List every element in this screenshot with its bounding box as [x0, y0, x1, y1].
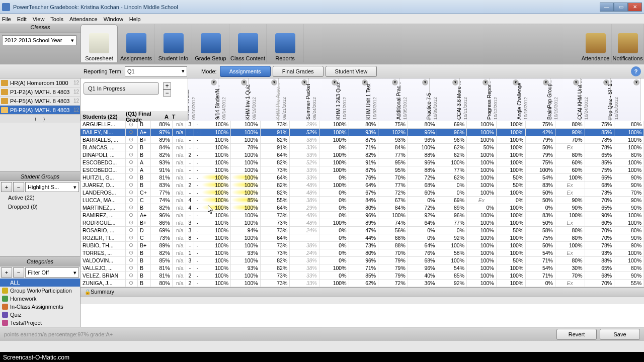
- app-window: PowerTeacher Gradebook: Kristina Kochan …: [0, 0, 644, 352]
- assignment-header[interactable]: ▾CCAI KHM Unit ...10/24/2012: [581, 78, 611, 121]
- student-row[interactable]: VELEZ, BRIAN⊙B81%n/a2-100%100%73%33%0%85…: [80, 272, 644, 279]
- student-row[interactable]: ESCOBEDO...⊙A93%n/a--100%100%82%52%100%9…: [80, 158, 644, 166]
- remove-group-button[interactable]: −: [13, 182, 24, 192]
- grid-body[interactable]: ARGUELLE...⊙B80%n/a3-100%100%73%29%100%8…: [80, 121, 644, 287]
- tab-reports[interactable]: Reports: [267, 24, 304, 62]
- tab-scoresheet[interactable]: Scoresheet: [80, 24, 118, 62]
- assignment-header[interactable]: ▾Angle Challenge10/18/2012: [520, 78, 550, 121]
- assignment-header[interactable]: ▾Practice 7-510/09/2012: [430, 78, 460, 121]
- student-row[interactable]: DINAPOLI, ...⊙B82%n/a2-100%100%64%33%100…: [80, 151, 644, 158]
- menu-file[interactable]: File: [2, 16, 11, 22]
- assignment-header[interactable]: ▾KHM Unit 1 Test10/03/2012: [369, 78, 399, 121]
- help-icon[interactable]: ?: [631, 66, 641, 76]
- filter-select[interactable]: Filter Off▾: [25, 267, 79, 278]
- students-column-header[interactable]: Students (22): [83, 114, 126, 120]
- status-bar: points earned:n/a percentage:97% grade:A…: [0, 327, 644, 341]
- class-item[interactable]: P4-P5(A) MATH. 8 480312: [0, 97, 80, 106]
- assignment-header[interactable]: ▾Progress Repor...10/12/2012: [490, 78, 520, 121]
- group-item[interactable]: Active (22): [0, 193, 80, 202]
- menu-window[interactable]: Window: [104, 16, 123, 22]
- highlight-select[interactable]: Highlight S...▾: [25, 182, 79, 192]
- sub-toolbar: Reporting Term: Q1▾ Mode: AssignmentsFin…: [0, 64, 644, 78]
- summary-row[interactable]: 🔒 Summary: [80, 287, 644, 296]
- mode-assignments[interactable]: Assignments: [220, 66, 271, 77]
- add-category-button[interactable]: +: [1, 267, 12, 278]
- assignment-header[interactable]: ▾CCAI 3.6 More ...10/11/2012: [460, 78, 490, 121]
- term-progress-button[interactable]: Q1 In Progress: [84, 82, 159, 95]
- assignment-header[interactable]: ▾Summer Packet09/24/2012: [309, 78, 339, 121]
- student-row[interactable]: RUBIO, TH...⊙B+89%n/a--100%100%73%38%0%7…: [80, 241, 644, 249]
- menu-attendance[interactable]: Attendance: [69, 16, 98, 22]
- zoom-out-button[interactable]: −: [163, 89, 171, 97]
- student-row[interactable]: ARGUELLE...⊙B80%n/a3-100%100%73%29%100%8…: [80, 121, 644, 128]
- reporting-term-select[interactable]: Q1▾: [125, 66, 187, 76]
- app-icon: [2, 3, 10, 11]
- school-year-select[interactable]: 2012-2013 School Year▾: [2, 35, 76, 45]
- assignment-header[interactable]: ▾KHM Pre Asse...09/21/2012: [279, 78, 309, 121]
- menu-tools[interactable]: Tools: [50, 16, 63, 22]
- student-row[interactable]: ROZIER, TI...⊙C73%n/a8-100%100%64%0%44%6…: [80, 234, 644, 241]
- student-row[interactable]: TORRES, ...⊙B82%n/a1-100%93%73%24%0%80%7…: [80, 249, 644, 256]
- assignment-header[interactable]: ▾Additional Prac...10/05/2012: [399, 78, 430, 121]
- menu-help[interactable]: Help: [129, 16, 141, 22]
- assignment-header[interactable]: ▾BrainPop Group...10/19/2012: [550, 78, 581, 121]
- mode-label: Mode:: [201, 68, 217, 74]
- student-row[interactable]: LUCCA, MA...⊙C74%n/a4-100%85%55%38%0%84%…: [80, 196, 644, 204]
- add-group-button[interactable]: +: [1, 182, 12, 192]
- class-item[interactable]: P1-P2(A) MATH. 8 480312: [0, 87, 80, 97]
- tool-attendance[interactable]: Attendance: [580, 24, 612, 62]
- watermark: Screencast-O-Matic.com: [0, 353, 72, 362]
- tab-class-content[interactable]: Class Content: [229, 24, 267, 62]
- assignment-header[interactable]: ▾9/14 Binder/N...09/14/2012: [218, 78, 249, 121]
- tab-student-info[interactable]: Student Info: [155, 24, 192, 62]
- student-row[interactable]: VALLEJO, ...⊙B81%n/a--100%93%82%38%100%7…: [80, 264, 644, 272]
- minimize-button[interactable]: —: [600, 3, 614, 12]
- menu-view[interactable]: View: [33, 16, 45, 22]
- student-row[interactable]: VALDOVIN...⊙B85%n/a3-100%100%82%38%0%96%…: [80, 256, 644, 264]
- student-row[interactable]: RAMIREZ, ...⊙A+96%n/a--100%100%73%48%0%9…: [80, 211, 644, 219]
- student-groups-header: Student Groups: [0, 171, 80, 182]
- student-row[interactable]: HUITZIL, G...⊙B81%n/a--100%100%64%33%0%7…: [80, 173, 644, 181]
- student-row[interactable]: RODRIGUE...⊙B+86%n/a3-100%100%73%48%100%…: [80, 219, 644, 226]
- assignment-header[interactable]: ▾Binder Check09/10/2012: [188, 78, 218, 121]
- assignment-header[interactable]: ▾KHM 1 2&3 Quiz10/01/2012: [339, 78, 369, 121]
- tool-notifications[interactable]: Notifications: [612, 24, 644, 62]
- categories-header: Categories: [0, 256, 80, 266]
- student-row[interactable]: ROSARIO, ...⊙D69%n/a3-100%94%73%24%0%47%…: [80, 226, 644, 234]
- status-text: points earned:n/a percentage:97% grade:A…: [4, 331, 113, 337]
- left-panel: HR(A) Homeroom 100012P1-P2(A) MATH. 8 48…: [0, 78, 80, 327]
- horizontal-scrollbar[interactable]: [80, 296, 644, 304]
- class-item[interactable]: P8-P9(A) MATH. 8 480312: [0, 106, 80, 115]
- class-item[interactable]: HR(A) Homeroom 100012: [0, 78, 80, 87]
- mode-student-view[interactable]: Student View: [326, 66, 377, 77]
- revert-button[interactable]: Revert: [556, 329, 597, 340]
- category-item[interactable]: ALL: [0, 279, 80, 287]
- student-row[interactable]: MARTINEZ,...⊙B82%n/a4-100%100%64%29%0%80…: [80, 204, 644, 211]
- student-row[interactable]: ZUNIGA, J...⊙B80%n/a2-100%100%73%33%100%…: [80, 279, 644, 287]
- category-item[interactable]: Quiz: [0, 311, 80, 319]
- zoom-in-button[interactable]: +: [163, 82, 171, 89]
- category-item[interactable]: In-Class Assignments: [0, 303, 80, 311]
- category-item[interactable]: Tests/Project: [0, 319, 80, 327]
- category-item[interactable]: Homework: [0, 295, 80, 303]
- student-row[interactable]: LANDEROS...⊙C+77%n/a--100%100%82%48%0%67…: [80, 189, 644, 196]
- remove-category-button[interactable]: −: [13, 267, 24, 278]
- category-item[interactable]: Group Work/Participation: [0, 287, 80, 295]
- menu-edit[interactable]: Edit: [17, 16, 27, 22]
- save-button[interactable]: Save: [600, 329, 640, 340]
- scoresheet-grid: Q1 In Progress +− Students (22) (Q1) Fin…: [80, 78, 644, 327]
- assignment-header[interactable]: ▾KHM Inv 1 Quiz09/19/2012: [249, 78, 279, 121]
- assignment-header[interactable]: ▾Pop Quiz - SP 1...10/26/2012: [611, 78, 641, 121]
- tab-grade-setup[interactable]: Grade Setup: [192, 24, 229, 62]
- student-row[interactable]: ESCOBEDO...⊙A91%n/a--100%100%73%33%100%8…: [80, 166, 644, 173]
- group-item[interactable]: Dropped (0): [0, 202, 80, 211]
- student-row[interactable]: JUAREZ, D...⊙B83%n/a2-100%100%82%48%100%…: [80, 181, 644, 189]
- menubar: File Edit View Tools Attendance Window H…: [0, 14, 644, 24]
- student-row[interactable]: BARRALES, ...⊙B+89%n/a--100%100%82%38%10…: [80, 136, 644, 143]
- student-row[interactable]: BAILEY, NI...⊙A+97%n/a--100%100%91%52%10…: [80, 128, 644, 136]
- close-button[interactable]: ✕: [628, 3, 642, 12]
- mode-final-grades[interactable]: Final Grades: [273, 66, 324, 77]
- student-row[interactable]: BLANCAS, ...⊙B84%n/a--100%78%91%33%0%71%…: [80, 143, 644, 151]
- tab-assignments[interactable]: Assignments: [118, 24, 155, 62]
- maximize-button[interactable]: ▭: [614, 3, 628, 12]
